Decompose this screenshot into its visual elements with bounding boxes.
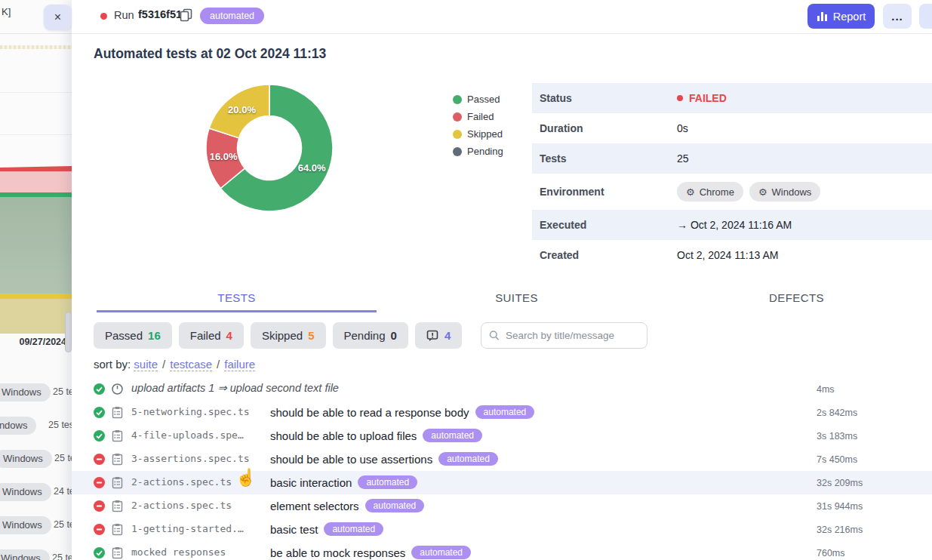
test-row-hovered[interactable]: 2-actions.spec.ts basic interactionautom… — [72, 471, 932, 494]
testcase-icon — [111, 476, 124, 489]
test-row[interactable]: 5-networking.spec.ts should be able to r… — [72, 401, 932, 424]
test-title: should be able to use assertionsautomate… — [270, 452, 498, 466]
test-duration: 3s 183ms — [817, 431, 857, 442]
area-chart-skipped-fill — [0, 299, 72, 334]
shortcut-hint-text: K] — [2, 6, 11, 17]
report-button[interactable]: Report — [807, 4, 875, 29]
run-list-item[interactable]: Windows 25 tes — [0, 450, 72, 469]
run-label: Run — [114, 9, 134, 21]
run-list-item[interactable]: Windows 25 tes — [0, 549, 72, 560]
close-icon: × — [54, 11, 61, 24]
donut-percent-label: 16.0% — [210, 151, 238, 162]
status-value: FAILED — [689, 92, 727, 104]
env-chip-windows[interactable]: ⚙Windows — [749, 182, 820, 202]
expand-button[interactable] — [919, 4, 932, 29]
scrollbar-thumb[interactable] — [65, 312, 72, 352]
area-chart-skipped-line — [0, 294, 72, 299]
testcase-icon — [111, 523, 124, 536]
test-row[interactable]: 1-getting-started.… basic testautomated … — [72, 518, 932, 541]
failed-status-dot — [677, 95, 683, 101]
mouse-cursor: ☝ — [235, 468, 256, 488]
filter-comments-button[interactable]: 4 — [415, 322, 462, 349]
created-value: Oct 2, 2024 11:13 AM — [677, 249, 778, 261]
detail-row-executed: Executed → Oct 2, 2024 11:16 AM — [532, 210, 932, 240]
test-row[interactable]: 3-assertions.spec.ts should be able to u… — [72, 448, 932, 471]
tests-value: 25 — [677, 152, 689, 165]
chart-legend: Passed Failed Skipped Pending — [453, 91, 503, 160]
rerun-icon — [111, 383, 124, 395]
run-list-item[interactable]: indows 25 test — [0, 417, 72, 436]
search-box — [481, 322, 647, 349]
test-file: 1-getting-started.… — [131, 523, 263, 534]
sort-controls: sort by: suite/testcase/failure — [94, 358, 255, 371]
filter-failed-button[interactable]: Failed 4 — [179, 322, 244, 349]
legend-item-skipped: Skipped — [453, 125, 503, 143]
env-chip-chrome[interactable]: ⚙Chrome — [677, 182, 743, 202]
tab-suites[interactable]: SUITES — [377, 285, 657, 312]
close-panel-button[interactable]: × — [44, 5, 72, 30]
page-title: Automated tests at 02 Oct 2024 11:13 — [94, 46, 326, 62]
run-topbar: Run f5316f51 automated Report ... — [72, 0, 932, 34]
failed-icon — [94, 524, 105, 535]
more-options-button[interactable]: ... — [883, 4, 912, 29]
environment-pill: Windows — [0, 483, 51, 501]
filter-passed-button[interactable]: Passed 16 — [94, 322, 172, 349]
test-row[interactable]: 4-file-uploads.spe… should be able to up… — [72, 424, 932, 448]
test-row[interactable]: upload artifacts 1 ⇒ upload second text … — [72, 377, 932, 401]
test-title: should be able to read a response bodyau… — [270, 405, 534, 419]
sort-testcase-link[interactable]: testcase — [170, 358, 212, 371]
run-details-table: Status FAILED Duration 0s Tests 25 Envir… — [532, 83, 932, 270]
run-id: f5316f51 — [138, 8, 182, 20]
test-title: element selectorsautomated — [270, 499, 424, 512]
result-tabs: TESTS SUITES DEFECTS — [97, 285, 932, 312]
run-list-item[interactable]: Windows 25 tes — [0, 516, 72, 536]
test-title: be able to mock responsesautomated — [270, 546, 471, 559]
filter-pending-button[interactable]: Pending 0 — [333, 322, 408, 349]
search-icon — [489, 330, 500, 341]
test-duration: 760ms — [817, 548, 845, 558]
test-duration: 32s 216ms — [817, 525, 863, 535]
test-count-label: 25 tes — [52, 552, 72, 560]
tab-tests[interactable]: TESTS — [97, 285, 377, 312]
failed-icon — [94, 454, 105, 465]
tab-defects[interactable]: DEFECTS — [657, 285, 932, 312]
passed-icon — [94, 547, 105, 558]
area-chart-failed-fill — [0, 171, 72, 192]
environment-pill: Windows — [0, 383, 51, 402]
test-row[interactable]: mocked responses be able to mock respons… — [72, 541, 932, 560]
results-donut-chart: 64.0%16.0%20.0% — [206, 85, 333, 211]
failed-dot-icon — [453, 112, 462, 122]
passed-icon — [94, 383, 105, 395]
donut-percent-label: 20.0% — [228, 104, 256, 115]
automated-badge: automated — [358, 475, 417, 489]
test-count-label: 24 tes — [54, 486, 72, 497]
filter-skipped-button[interactable]: Skipped 5 — [251, 322, 326, 349]
test-duration: 7s 450ms — [817, 454, 857, 465]
test-count-label: 25 test — [53, 386, 72, 397]
environment-pill: Windows — [0, 516, 51, 534]
run-list-item[interactable]: Windows 24 tes — [0, 483, 72, 503]
test-row[interactable]: 2-actions.spec.ts element selectorsautom… — [72, 494, 932, 518]
detail-row-environment: Environment ⚙Chrome ⚙Windows — [532, 174, 932, 210]
bar-chart-icon — [817, 11, 828, 22]
automated-badge: automated — [200, 8, 264, 24]
background-page-strip: K] 09/27/2024 Windows 25 test indows 25 … — [0, 0, 72, 560]
test-file: 5-networking.spec.ts — [131, 406, 263, 417]
sort-by-label: sort by: — [94, 358, 131, 371]
gear-icon: ⚙ — [758, 186, 767, 198]
testcase-icon — [111, 453, 124, 466]
sort-suite-link[interactable]: suite — [134, 358, 158, 371]
copy-icon[interactable] — [180, 8, 195, 23]
automated-badge: automated — [438, 452, 498, 466]
test-title: basic interactionautomated — [270, 475, 417, 489]
sort-failure-link[interactable]: failure — [224, 358, 255, 371]
automated-badge: automated — [423, 429, 482, 442]
test-title: upload artifacts 1 ⇒ upload second text … — [131, 382, 339, 394]
search-input[interactable] — [506, 330, 639, 341]
test-duration: 31s 944ms — [817, 501, 863, 512]
run-detail-panel: Run f5316f51 automated Report ... Automa… — [72, 0, 932, 560]
run-date-label: 09/27/2024 — [0, 337, 66, 347]
test-count-label: 25 tes — [54, 453, 72, 463]
divider — [0, 33, 72, 34]
run-list-item[interactable]: Windows 25 test — [0, 383, 72, 403]
